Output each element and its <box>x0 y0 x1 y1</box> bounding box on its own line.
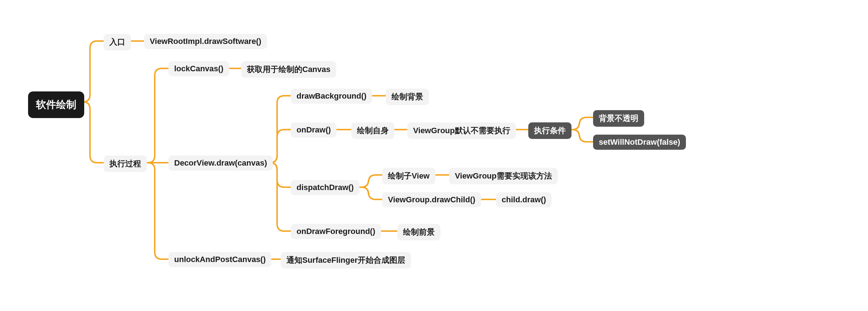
ondraw-node: onDraw() <box>291 122 336 138</box>
setwillnotdraw-node: setWillNotDraw(false) <box>593 135 686 150</box>
draw-child-view-node: 绘制子View <box>382 168 435 184</box>
dispatchdraw-node: dispatchDraw() <box>291 180 360 195</box>
entry-node: 入口 <box>104 34 131 50</box>
decorview-draw-node: DecorView.draw(canvas) <box>168 156 273 171</box>
drawbackground-node: drawBackground() <box>291 89 372 104</box>
lockcanvas-node: lockCanvas() <box>168 61 229 76</box>
ondrawforeground-desc-node: 绘制前景 <box>397 224 440 240</box>
exec-condition-node: 执行条件 <box>528 122 571 139</box>
child-draw-node: child.draw() <box>496 192 552 207</box>
viewgroup-drawchild-node: ViewGroup.drawChild() <box>382 192 481 207</box>
unlockpost-desc-node: 通知SurfaceFlinger开始合成图层 <box>281 252 411 269</box>
viewgroup-impl-node: ViewGroup需要实现该方法 <box>449 168 558 184</box>
ondrawforeground-node: onDrawForeground() <box>291 224 381 239</box>
lockcanvas-desc-node: 获取用于绘制的Canvas <box>241 61 336 78</box>
ondraw-desc-node: 绘制自身 <box>351 122 394 139</box>
viewgroup-skip-node: ViewGroup默认不需要执行 <box>407 122 516 139</box>
drawbackground-desc-node: 绘制背景 <box>386 89 429 105</box>
process-node: 执行过程 <box>104 156 147 172</box>
viewrootimpl-node: ViewRootImpl.drawSoftware() <box>144 34 267 49</box>
root-node: 软件绘制 <box>28 91 84 118</box>
bg-opaque-node: 背景不透明 <box>593 110 644 127</box>
unlockpost-node: unlockAndPostCanvas() <box>168 252 271 267</box>
